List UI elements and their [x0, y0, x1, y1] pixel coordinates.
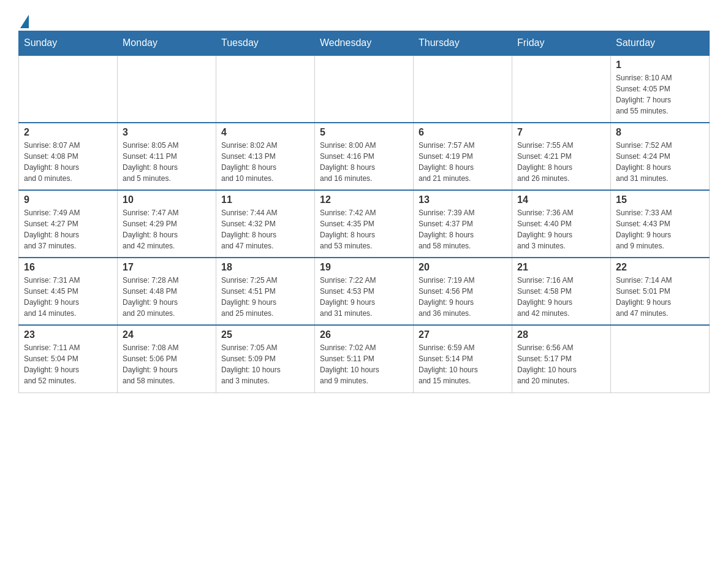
calendar-cell: 24Sunrise: 7:08 AMSunset: 5:06 PMDayligh…: [118, 325, 216, 393]
day-info: Sunrise: 7:49 AMSunset: 4:27 PMDaylight:…: [24, 207, 112, 251]
day-number: 6: [419, 127, 507, 138]
weekday-header-wednesday: Wednesday: [315, 31, 414, 56]
weekday-header-saturday: Saturday: [611, 31, 710, 56]
calendar-cell: 21Sunrise: 7:16 AMSunset: 4:58 PMDayligh…: [512, 258, 611, 325]
calendar-cell: 17Sunrise: 7:28 AMSunset: 4:48 PMDayligh…: [118, 258, 216, 325]
calendar-cell: [512, 55, 611, 123]
day-info: Sunrise: 7:42 AMSunset: 4:35 PMDaylight:…: [320, 207, 408, 251]
day-info: Sunrise: 7:39 AMSunset: 4:37 PMDaylight:…: [419, 207, 507, 251]
logo-triangle-icon: [20, 15, 29, 28]
calendar-cell: 9Sunrise: 7:49 AMSunset: 4:27 PMDaylight…: [19, 190, 118, 258]
day-info: Sunrise: 7:19 AMSunset: 4:56 PMDaylight:…: [419, 275, 507, 319]
calendar-cell: 25Sunrise: 7:05 AMSunset: 5:09 PMDayligh…: [216, 325, 315, 393]
day-number: 2: [24, 127, 112, 138]
day-info: Sunrise: 6:59 AMSunset: 5:14 PMDaylight:…: [419, 342, 507, 386]
day-number: 18: [221, 262, 309, 273]
day-info: Sunrise: 8:05 AMSunset: 4:11 PMDaylight:…: [123, 140, 211, 184]
calendar-cell: 26Sunrise: 7:02 AMSunset: 5:11 PMDayligh…: [315, 325, 414, 393]
day-number: 4: [221, 127, 309, 138]
calendar-cell: 14Sunrise: 7:36 AMSunset: 4:40 PMDayligh…: [512, 190, 611, 258]
day-info: Sunrise: 7:22 AMSunset: 4:53 PMDaylight:…: [320, 275, 408, 319]
calendar-cell: 13Sunrise: 7:39 AMSunset: 4:37 PMDayligh…: [414, 190, 512, 258]
day-number: 20: [419, 262, 507, 273]
calendar-cell: 8Sunrise: 7:52 AMSunset: 4:24 PMDaylight…: [611, 123, 710, 190]
calendar-cell: 15Sunrise: 7:33 AMSunset: 4:43 PMDayligh…: [611, 190, 710, 258]
day-info: Sunrise: 7:16 AMSunset: 4:58 PMDaylight:…: [517, 275, 605, 319]
calendar-cell: 6Sunrise: 7:57 AMSunset: 4:19 PMDaylight…: [414, 123, 512, 190]
day-info: Sunrise: 7:02 AMSunset: 5:11 PMDaylight:…: [320, 342, 408, 386]
weekday-header-thursday: Thursday: [414, 31, 512, 56]
day-info: Sunrise: 7:33 AMSunset: 4:43 PMDaylight:…: [616, 207, 704, 251]
calendar-cell: [414, 55, 512, 123]
calendar-cell: 5Sunrise: 8:00 AMSunset: 4:16 PMDaylight…: [315, 123, 414, 190]
day-info: Sunrise: 7:52 AMSunset: 4:24 PMDaylight:…: [616, 140, 704, 184]
day-number: 21: [517, 262, 605, 273]
day-number: 1: [616, 59, 704, 71]
day-info: Sunrise: 8:02 AMSunset: 4:13 PMDaylight:…: [221, 140, 309, 184]
day-info: Sunrise: 8:07 AMSunset: 4:08 PMDaylight:…: [24, 140, 112, 184]
calendar-cell: 10Sunrise: 7:47 AMSunset: 4:29 PMDayligh…: [118, 190, 216, 258]
day-number: 19: [320, 262, 408, 273]
calendar-header-row: SundayMondayTuesdayWednesdayThursdayFrid…: [19, 31, 710, 56]
calendar-cell: 27Sunrise: 6:59 AMSunset: 5:14 PMDayligh…: [414, 325, 512, 393]
calendar-cell: 11Sunrise: 7:44 AMSunset: 4:32 PMDayligh…: [216, 190, 315, 258]
weekday-header-sunday: Sunday: [19, 31, 118, 56]
calendar-cell: 1Sunrise: 8:10 AMSunset: 4:05 PMDaylight…: [611, 55, 710, 123]
day-number: 16: [24, 262, 112, 273]
day-info: Sunrise: 7:08 AMSunset: 5:06 PMDaylight:…: [123, 342, 211, 386]
day-info: Sunrise: 7:25 AMSunset: 4:51 PMDaylight:…: [221, 275, 309, 319]
day-number: 11: [221, 194, 309, 205]
day-number: 8: [616, 127, 704, 138]
day-number: 12: [320, 194, 408, 205]
calendar-cell: 28Sunrise: 6:56 AMSunset: 5:17 PMDayligh…: [512, 325, 611, 393]
calendar-cell: 20Sunrise: 7:19 AMSunset: 4:56 PMDayligh…: [414, 258, 512, 325]
day-number: 23: [24, 329, 112, 340]
day-info: Sunrise: 6:56 AMSunset: 5:17 PMDaylight:…: [517, 342, 605, 386]
day-number: 9: [24, 194, 112, 205]
day-info: Sunrise: 7:14 AMSunset: 5:01 PMDaylight:…: [616, 275, 704, 319]
weekday-header-friday: Friday: [512, 31, 611, 56]
calendar-cell: 12Sunrise: 7:42 AMSunset: 4:35 PMDayligh…: [315, 190, 414, 258]
day-info: Sunrise: 7:28 AMSunset: 4:48 PMDaylight:…: [123, 275, 211, 319]
day-number: 17: [123, 262, 211, 273]
day-number: 22: [616, 262, 704, 273]
page-header: [18, 12, 710, 25]
calendar-cell: 16Sunrise: 7:31 AMSunset: 4:45 PMDayligh…: [19, 258, 118, 325]
day-info: Sunrise: 7:55 AMSunset: 4:21 PMDaylight:…: [517, 140, 605, 184]
week-row-5: 23Sunrise: 7:11 AMSunset: 5:04 PMDayligh…: [19, 325, 710, 393]
day-info: Sunrise: 7:11 AMSunset: 5:04 PMDaylight:…: [24, 342, 112, 386]
day-number: 7: [517, 127, 605, 138]
calendar-cell: [19, 55, 118, 123]
calendar-cell: [216, 55, 315, 123]
day-number: 27: [419, 329, 507, 340]
calendar-cell: 4Sunrise: 8:02 AMSunset: 4:13 PMDaylight…: [216, 123, 315, 190]
day-info: Sunrise: 7:47 AMSunset: 4:29 PMDaylight:…: [123, 207, 211, 251]
day-number: 28: [517, 329, 605, 340]
day-info: Sunrise: 7:05 AMSunset: 5:09 PMDaylight:…: [221, 342, 309, 386]
day-info: Sunrise: 8:10 AMSunset: 4:05 PMDaylight:…: [616, 72, 704, 117]
week-row-3: 9Sunrise: 7:49 AMSunset: 4:27 PMDaylight…: [19, 190, 710, 258]
calendar-cell: 22Sunrise: 7:14 AMSunset: 5:01 PMDayligh…: [611, 258, 710, 325]
day-info: Sunrise: 7:44 AMSunset: 4:32 PMDaylight:…: [221, 207, 309, 251]
calendar-table: SundayMondayTuesdayWednesdayThursdayFrid…: [18, 31, 710, 393]
day-info: Sunrise: 7:57 AMSunset: 4:19 PMDaylight:…: [419, 140, 507, 184]
calendar-cell: [118, 55, 216, 123]
week-row-4: 16Sunrise: 7:31 AMSunset: 4:45 PMDayligh…: [19, 258, 710, 325]
day-number: 14: [517, 194, 605, 205]
day-number: 10: [123, 194, 211, 205]
day-number: 13: [419, 194, 507, 205]
logo: [18, 12, 29, 25]
day-info: Sunrise: 7:36 AMSunset: 4:40 PMDaylight:…: [517, 207, 605, 251]
day-number: 26: [320, 329, 408, 340]
calendar-cell: 23Sunrise: 7:11 AMSunset: 5:04 PMDayligh…: [19, 325, 118, 393]
day-number: 25: [221, 329, 309, 340]
day-info: Sunrise: 8:00 AMSunset: 4:16 PMDaylight:…: [320, 140, 408, 184]
calendar-cell: 3Sunrise: 8:05 AMSunset: 4:11 PMDaylight…: [118, 123, 216, 190]
week-row-2: 2Sunrise: 8:07 AMSunset: 4:08 PMDaylight…: [19, 123, 710, 190]
weekday-header-monday: Monday: [118, 31, 216, 56]
day-info: Sunrise: 7:31 AMSunset: 4:45 PMDaylight:…: [24, 275, 112, 319]
calendar-cell: 18Sunrise: 7:25 AMSunset: 4:51 PMDayligh…: [216, 258, 315, 325]
day-number: 24: [123, 329, 211, 340]
weekday-header-tuesday: Tuesday: [216, 31, 315, 56]
calendar-cell: [315, 55, 414, 123]
